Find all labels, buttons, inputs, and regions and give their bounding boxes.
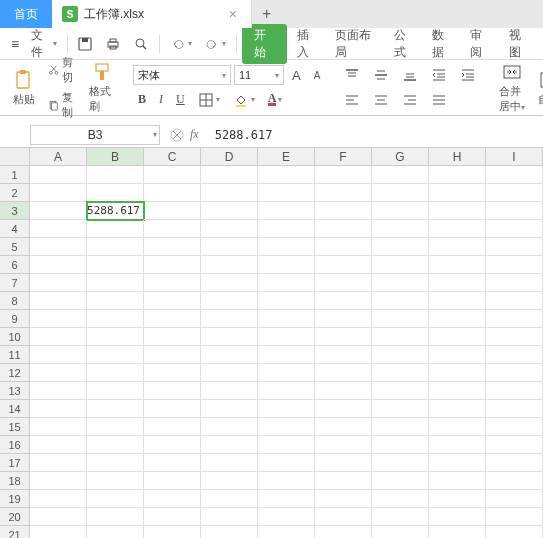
row-header[interactable]: 17	[0, 454, 30, 472]
cell[interactable]	[315, 292, 372, 310]
paste-button[interactable]: 粘贴	[7, 67, 41, 109]
cell[interactable]	[372, 472, 429, 490]
cell[interactable]	[429, 472, 486, 490]
cell[interactable]	[30, 508, 87, 526]
font-color-button[interactable]: A ▾	[263, 90, 288, 109]
cell[interactable]	[486, 454, 543, 472]
wrap-text-button[interactable]: ab 自动	[532, 67, 543, 109]
cell[interactable]	[486, 382, 543, 400]
cell[interactable]	[315, 508, 372, 526]
indent-increase-button[interactable]	[455, 64, 481, 86]
cell[interactable]	[429, 436, 486, 454]
cell[interactable]	[87, 346, 144, 364]
cell[interactable]	[372, 346, 429, 364]
bold-button[interactable]: B	[133, 89, 151, 110]
cell[interactable]	[429, 418, 486, 436]
cell[interactable]	[87, 166, 144, 184]
fx-button[interactable]: fx	[190, 127, 199, 142]
cell[interactable]	[486, 490, 543, 508]
cell[interactable]	[30, 292, 87, 310]
cell[interactable]	[486, 202, 543, 220]
cell[interactable]	[429, 292, 486, 310]
cell[interactable]	[258, 292, 315, 310]
cell[interactable]	[144, 238, 201, 256]
cell[interactable]	[372, 364, 429, 382]
cell[interactable]	[30, 166, 87, 184]
cell[interactable]	[30, 490, 87, 508]
cell[interactable]	[30, 184, 87, 202]
redo-button[interactable]: ▾	[199, 33, 231, 55]
cell[interactable]	[30, 202, 87, 220]
cell[interactable]	[315, 364, 372, 382]
row-header[interactable]: 14	[0, 400, 30, 418]
cell[interactable]	[258, 472, 315, 490]
align-left-button[interactable]	[339, 89, 365, 111]
cell[interactable]	[87, 238, 144, 256]
cell[interactable]	[30, 310, 87, 328]
cell[interactable]	[315, 490, 372, 508]
cell[interactable]	[315, 220, 372, 238]
cell[interactable]	[315, 166, 372, 184]
cell[interactable]	[258, 454, 315, 472]
preview-button[interactable]	[128, 33, 154, 55]
row-header[interactable]: 21	[0, 526, 30, 538]
cell[interactable]	[486, 418, 543, 436]
cell[interactable]	[144, 166, 201, 184]
cell[interactable]	[372, 418, 429, 436]
cell[interactable]	[372, 400, 429, 418]
cell[interactable]	[30, 346, 87, 364]
cell[interactable]: 5288.617	[87, 202, 144, 220]
row-header[interactable]: 11	[0, 346, 30, 364]
cell[interactable]	[201, 220, 258, 238]
cell[interactable]	[429, 256, 486, 274]
cell[interactable]	[315, 346, 372, 364]
cell[interactable]	[201, 472, 258, 490]
cell[interactable]	[258, 400, 315, 418]
cell[interactable]	[258, 364, 315, 382]
cell[interactable]	[315, 310, 372, 328]
cell[interactable]	[258, 490, 315, 508]
cell[interactable]	[258, 418, 315, 436]
cell[interactable]	[87, 220, 144, 238]
cell[interactable]	[144, 256, 201, 274]
border-button[interactable]: ▾	[193, 89, 225, 111]
cell[interactable]	[429, 220, 486, 238]
row-header[interactable]: 10	[0, 328, 30, 346]
cell[interactable]	[87, 454, 144, 472]
merge-center-button[interactable]: 合并居中▾	[495, 59, 529, 116]
cell[interactable]	[30, 472, 87, 490]
cell[interactable]	[30, 238, 87, 256]
cell[interactable]	[315, 418, 372, 436]
cell[interactable]	[429, 490, 486, 508]
row-header[interactable]: 4	[0, 220, 30, 238]
underline-button[interactable]: U	[171, 89, 190, 110]
cell[interactable]	[372, 328, 429, 346]
cell[interactable]	[315, 202, 372, 220]
menu-review[interactable]: 审阅	[462, 24, 498, 64]
cell[interactable]	[87, 382, 144, 400]
align-top-button[interactable]	[339, 64, 365, 86]
cell[interactable]	[258, 346, 315, 364]
font-size-select[interactable]: 11 ▾	[234, 65, 284, 85]
formula-input[interactable]: 5288.617	[209, 128, 543, 142]
cell[interactable]	[315, 238, 372, 256]
cell[interactable]	[372, 526, 429, 538]
cell[interactable]	[201, 508, 258, 526]
cell[interactable]	[315, 382, 372, 400]
row-header[interactable]: 19	[0, 490, 30, 508]
cell[interactable]	[429, 166, 486, 184]
row-header[interactable]: 3	[0, 202, 30, 220]
row-header[interactable]: 16	[0, 436, 30, 454]
cell[interactable]	[144, 364, 201, 382]
cell[interactable]	[315, 454, 372, 472]
cell[interactable]	[87, 292, 144, 310]
cell[interactable]	[87, 328, 144, 346]
cell[interactable]	[144, 220, 201, 238]
cell[interactable]	[258, 256, 315, 274]
column-header[interactable]: C	[144, 148, 201, 166]
align-middle-button[interactable]	[368, 64, 394, 86]
cell[interactable]	[258, 238, 315, 256]
cell[interactable]	[372, 274, 429, 292]
cell[interactable]	[258, 184, 315, 202]
cell[interactable]	[486, 364, 543, 382]
